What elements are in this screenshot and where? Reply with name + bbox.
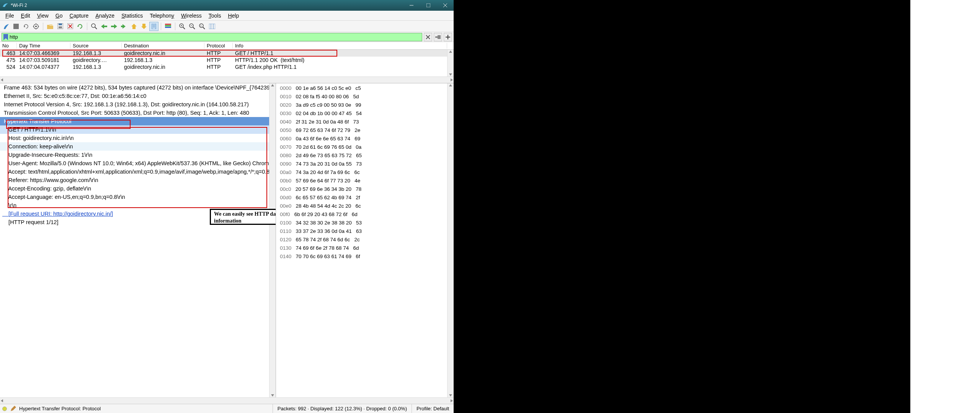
menu-file[interactable]: File [2,12,17,20]
zoom-out-icon[interactable] [188,22,197,31]
tree-accept[interactable]: Accept: text/html,application/xhtml+xml,… [0,167,276,176]
packet-row[interactable]: 463 14:07:03.466369 192.168.1.3 goidirec… [0,50,454,57]
edit-capture-comment-icon[interactable] [10,406,16,412]
packet-bytes-pane[interactable]: 0000 00 1e a6 56 14 c0 5c e0 c50010 02 0… [276,83,454,397]
tree-host[interactable]: Host: goidirectory.nic.in\r\n [0,134,276,142]
tree-frame[interactable]: Frame 463: 534 bytes on wire (4272 bits)… [0,83,276,92]
col-protocol[interactable]: Protocol [204,43,233,49]
hex-row[interactable]: 00a0 74 3a 20 4d 6f 7a 69 6c 6c [280,168,452,177]
tree-accept-encoding[interactable]: Accept-Encoding: gzip, deflate\r\n [0,184,276,193]
hex-row[interactable]: 0080 2d 49 6e 73 65 63 75 72 65 [280,151,452,160]
menu-go[interactable]: Go [52,12,66,20]
hex-row[interactable]: 00b0 57 69 6e 64 6f 77 73 20 4e [280,177,452,185]
tree-ip[interactable]: Internet Protocol Version 4, Src: 192.16… [0,100,276,109]
status-profile[interactable]: Profile: Default [412,404,454,413]
colorize-icon[interactable] [163,22,173,31]
save-file-icon[interactable] [56,22,65,31]
vscrollbar[interactable] [269,83,276,397]
menu-view[interactable]: View [34,12,52,20]
zoom-reset-icon[interactable]: 1 [198,22,207,31]
tree-ethernet[interactable]: Ethernet II, Src: 5c:e0:c5:8c:ce:77, Dst… [0,92,276,100]
menu-capture[interactable]: Capture [67,12,92,20]
hex-row[interactable]: 0040 2f 31 2e 31 0d 0a 48 6f 73 [280,118,452,126]
hex-row[interactable]: 0060 0a 43 6f 6e 6e 65 63 74 69 [280,135,452,143]
tree-accept-language[interactable]: Accept-Language: en-US,en;q=0.9,bn;q=0.8… [0,193,276,201]
open-file-icon[interactable] [46,22,55,31]
tree-upgrade[interactable]: Upgrade-Insecure-Requests: 1\r\n [0,151,276,159]
menu-help[interactable]: Help [225,12,242,20]
clear-filter-button[interactable] [424,33,432,41]
expert-info-icon[interactable] [2,406,7,411]
menu-tools[interactable]: Tools [206,12,224,20]
hex-row[interactable]: 0000 00 1e a6 56 14 c0 5c e0 c5 [280,84,452,93]
find-packet-icon[interactable] [90,22,99,31]
svg-line-32 [193,27,195,29]
svg-text:1: 1 [200,24,202,27]
apply-filter-button[interactable] [434,33,442,41]
packet-row[interactable]: 524 14:07:04.074377 192.168.1.3 goidirec… [0,63,454,70]
resize-columns-icon[interactable] [207,22,217,31]
col-info[interactable]: Info [233,43,447,49]
hscrollbar[interactable] [0,76,454,83]
maximize-button[interactable] [420,0,437,11]
col-source[interactable]: Source [70,43,122,49]
packet-list[interactable]: 463 14:07:03.466369 192.168.1.3 goidirec… [0,50,454,76]
hscrollbar-detail[interactable] [0,397,454,404]
statusbar: Hypertext Transfer Protocol: Protocol Pa… [0,404,454,413]
hex-row[interactable]: 0100 34 32 38 30 2e 38 38 20 53 [280,219,452,227]
packet-row[interactable]: 475 14:07:03.509181 goidirectory.… 192.1… [0,57,454,63]
hex-row[interactable]: 0020 3a d9 c5 c9 00 50 93 0e 99 [280,101,452,109]
menu-analyze[interactable]: Analyze [92,12,118,20]
col-time[interactable]: Day Time [17,43,70,49]
hex-row[interactable]: 0130 74 69 6f 6e 2f 78 68 74 6d [280,244,452,252]
hex-row[interactable]: 0010 02 08 fa f5 40 00 80 06 5d [280,93,452,101]
hex-row[interactable]: 0090 74 73 3a 20 31 0d 0a 55 73 [280,160,452,168]
hex-row[interactable]: 00e0 28 4b 48 54 4d 4c 2c 20 6c [280,202,452,210]
tree-crlf[interactable]: \r\n [0,201,276,210]
hex-row[interactable]: 00c0 20 57 69 6e 36 34 3b 20 78 [280,185,452,193]
tree-user-agent[interactable]: User-Agent: Mozilla/5.0 (Windows NT 10.0… [0,159,276,167]
go-forward-icon[interactable] [109,22,119,31]
display-filter-input[interactable] [10,34,422,40]
zoom-in-icon[interactable] [178,22,187,31]
hex-row[interactable]: 0070 70 2d 61 6c 69 76 65 0d 0a [280,143,452,151]
auto-scroll-icon[interactable] [149,22,158,31]
menu-statistics[interactable]: Statistics [118,12,146,20]
stop-capture-icon[interactable] [11,22,21,31]
hex-row[interactable]: 0120 65 78 74 2f 68 74 6d 6c 2c [280,236,452,244]
bookmark-icon[interactable] [2,34,10,40]
filter-expression-button[interactable] [444,33,452,41]
hex-row[interactable]: 0030 02 04 db 1b 00 00 47 45 54 [280,109,452,118]
go-to-packet-icon[interactable] [119,22,129,31]
tree-referer[interactable]: Referer: https://www.google.com/\r\n [0,176,276,184]
go-last-icon[interactable] [139,22,149,31]
hex-row[interactable]: 0110 33 37 2e 33 36 0d 0a 41 63 [280,227,452,236]
menu-edit[interactable]: Edit [18,12,33,20]
go-first-icon[interactable] [129,22,139,31]
close-button[interactable] [437,0,454,11]
menu-telephony[interactable]: Telephony [147,12,177,20]
close-file-icon[interactable] [65,22,75,31]
minimize-button[interactable] [403,0,420,11]
window-title: *Wi-Fi 2 [11,3,27,8]
hex-row[interactable]: 0140 70 70 6c 69 63 61 74 69 6f [280,252,452,261]
reload-file-icon[interactable] [75,22,85,31]
svg-rect-1 [426,3,430,7]
tree-http[interactable]: Hypertext Transfer Protocol [0,117,276,125]
tree-request-line[interactable]: GET / HTTP/1.1\r\n [0,125,276,134]
packet-details-pane[interactable]: HTTP GET We can easily see HTTP data lik… [0,83,276,397]
tree-connection[interactable]: Connection: keep-alive\r\n [0,142,276,151]
menu-wireless[interactable]: Wireless [178,12,205,20]
restart-capture-icon[interactable] [21,22,31,31]
capture-options-icon[interactable] [31,22,41,31]
vscrollbar[interactable] [447,50,454,76]
hex-row[interactable]: 0050 69 72 65 63 74 6f 72 79 2e [280,126,452,135]
vscrollbar[interactable] [447,83,454,397]
go-back-icon[interactable] [100,22,109,31]
col-no[interactable]: No [0,43,17,49]
hex-row[interactable]: 00f0 6b 6f 29 20 43 68 72 6f 6d [280,210,452,219]
hex-row[interactable]: 00d0 6c 65 57 65 62 4b 69 74 2f [280,193,452,202]
start-capture-icon[interactable] [2,22,11,31]
col-destination[interactable]: Destination [122,43,204,49]
tree-tcp[interactable]: Transmission Control Protocol, Src Port:… [0,109,276,117]
